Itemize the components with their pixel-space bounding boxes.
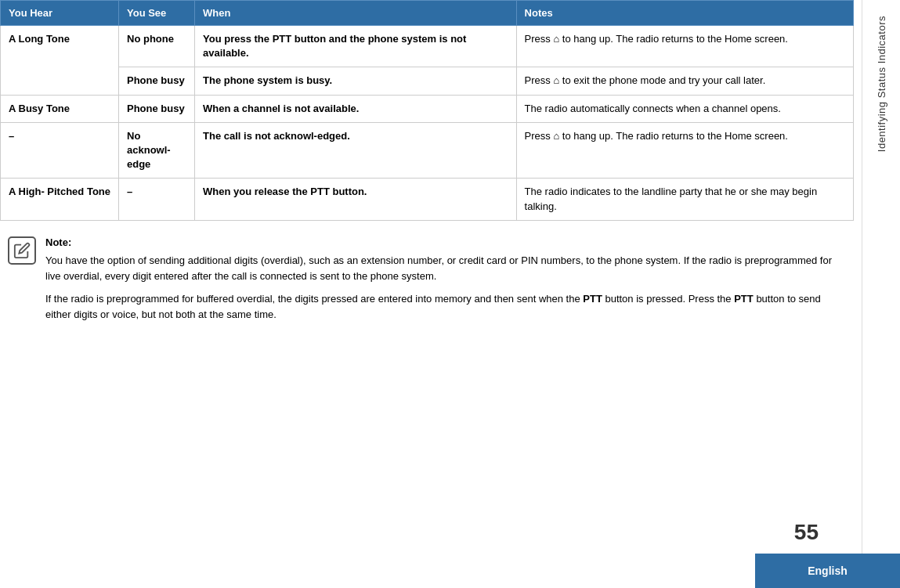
col-header-you-see: You See [119, 1, 195, 26]
you-see-cell: – [119, 179, 195, 220]
when-cell: The phone system is busy. [195, 67, 517, 95]
table-row: A Busy Tone Phone busy When a channel is… [1, 95, 854, 122]
status-indicators-table: You Hear You See When Notes A Long Tone … [0, 0, 854, 221]
col-header-notes: Notes [516, 1, 853, 26]
you-hear-cell: A High- Pitched Tone [1, 179, 119, 220]
notes-cell: The radio indicates to the landline part… [516, 179, 853, 220]
table-row: – No acknowl-edge The call is not acknow… [1, 122, 854, 179]
ptt-bold-2: PTT [734, 293, 754, 305]
col-header-you-hear: You Hear [1, 1, 119, 26]
notes-cell: Press ⌂ to hang up. The radio returns to… [516, 122, 853, 179]
when-cell: You press the PTT button and the phone s… [195, 26, 517, 67]
chapter-tab-label: Identifying Status Indicators [876, 16, 887, 152]
ptt-bold-1: PTT [583, 293, 602, 305]
you-hear-cell: – [1, 122, 119, 179]
you-hear-cell: A Long Tone [1, 26, 119, 96]
page-number: 55 [794, 520, 819, 545]
table-row: A Long Tone No phone You press the PTT b… [1, 26, 854, 67]
table-row: Phone busy The phone system is busy. Pre… [1, 67, 854, 95]
you-see-cell: Phone busy [119, 67, 195, 95]
note-body: Note: You have the option of sending add… [45, 235, 846, 323]
english-badge: English [755, 554, 900, 588]
note-paragraph-2: If the radio is preprogrammed for buffer… [45, 291, 846, 322]
table-row: A High- Pitched Tone – When you release … [1, 179, 854, 220]
you-see-cell: Phone busy [119, 95, 195, 122]
note-section: Note: You have the option of sending add… [0, 235, 854, 323]
note-icon [8, 236, 36, 265]
note-label: Note: [45, 235, 846, 251]
note-paragraph-1: You have the option of sending additiona… [45, 253, 846, 283]
you-see-cell: No phone [119, 26, 195, 67]
when-cell: When you release the PTT button. [195, 179, 517, 220]
col-header-when: When [195, 1, 517, 26]
notes-cell: Press ⌂ to exit the phone mode and try y… [516, 67, 853, 95]
when-cell: When a channel is not available. [195, 95, 517, 122]
notes-cell: Press ⌂ to hang up. The radio returns to… [516, 26, 853, 67]
when-cell: The call is not acknowl-edged. [195, 122, 517, 179]
you-see-cell: No acknowl-edge [119, 122, 195, 179]
notes-cell: The radio automatically connects when a … [516, 95, 853, 122]
you-hear-cell: A Busy Tone [1, 95, 119, 122]
